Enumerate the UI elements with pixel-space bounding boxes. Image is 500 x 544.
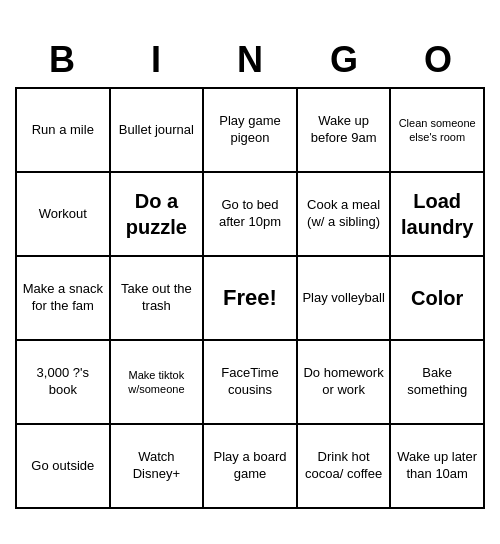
bingo-cell: Make a snack for the fam	[17, 257, 111, 341]
bingo-cell: Watch Disney+	[111, 425, 205, 509]
bingo-cell: Play game pigeon	[204, 89, 298, 173]
bingo-cell: Wake up later than 10am	[391, 425, 485, 509]
bingo-cell: FaceTime cousins	[204, 341, 298, 425]
bingo-cell: Color	[391, 257, 485, 341]
bingo-header: BINGO	[15, 35, 485, 85]
bingo-cell: Clean someone else's room	[391, 89, 485, 173]
bingo-cell: Workout	[17, 173, 111, 257]
bingo-cell: Play a board game	[204, 425, 298, 509]
bingo-cell: Make tiktok w/someone	[111, 341, 205, 425]
bingo-cell: Bake something	[391, 341, 485, 425]
header-letter: G	[297, 35, 391, 85]
bingo-cell: Bullet journal	[111, 89, 205, 173]
bingo-cell: Run a mile	[17, 89, 111, 173]
bingo-cell: Drink hot cocoa/ coffee	[298, 425, 392, 509]
bingo-cell: Do a puzzle	[111, 173, 205, 257]
bingo-cell: Play volleyball	[298, 257, 392, 341]
bingo-card: BINGO Run a mileBullet journalPlay game …	[5, 25, 495, 519]
bingo-cell: Take out the trash	[111, 257, 205, 341]
bingo-cell: Free!	[204, 257, 298, 341]
bingo-grid: Run a mileBullet journalPlay game pigeon…	[15, 87, 485, 509]
bingo-cell: Do homework or work	[298, 341, 392, 425]
bingo-cell: Go outside	[17, 425, 111, 509]
bingo-cell: 3,000 ?'s book	[17, 341, 111, 425]
header-letter: N	[203, 35, 297, 85]
bingo-cell: Load laundry	[391, 173, 485, 257]
bingo-cell: Go to bed after 10pm	[204, 173, 298, 257]
header-letter: O	[391, 35, 485, 85]
header-letter: I	[109, 35, 203, 85]
bingo-cell: Cook a meal (w/ a sibling)	[298, 173, 392, 257]
header-letter: B	[15, 35, 109, 85]
bingo-cell: Wake up before 9am	[298, 89, 392, 173]
